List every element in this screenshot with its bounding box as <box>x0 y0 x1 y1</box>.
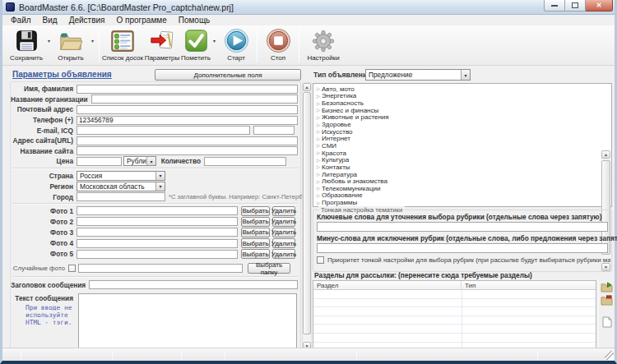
import-sections-button[interactable] <box>600 281 614 293</box>
minus-words-input[interactable] <box>317 243 608 253</box>
tree-expand-icon[interactable]: ▷ <box>315 200 322 205</box>
organization-input[interactable] <box>91 94 298 104</box>
photo-choose-button[interactable]: Выбрать <box>241 217 270 227</box>
category-tree-item[interactable]: ▷ Телекоммуникации <box>315 185 611 192</box>
random-photo-folder-input[interactable] <box>78 264 243 273</box>
quantity-input[interactable] <box>204 157 286 166</box>
resize-grip[interactable] <box>605 351 614 360</box>
tree-expand-icon[interactable]: ▷ <box>315 86 322 91</box>
mark-button[interactable]: Пометить <box>181 25 211 65</box>
currency-select[interactable]: Рубли▾ <box>123 156 156 166</box>
tree-expand-icon[interactable]: ▷ <box>315 129 322 134</box>
category-tree-item[interactable]: ▷ Интернет <box>315 135 611 142</box>
subject-input[interactable] <box>89 280 298 289</box>
category-tree-item[interactable]: ▷ Культура <box>315 156 611 164</box>
mark-dropdown-arrow[interactable]: ▾ <box>211 25 218 65</box>
photo-choose-button[interactable]: Выбрать <box>241 238 270 248</box>
category-tree-item[interactable]: ▷ Здоровье <box>315 121 611 128</box>
save-button[interactable]: Сохранить <box>7 25 45 65</box>
photo-path-input[interactable] <box>77 217 238 226</box>
sections-table[interactable]: Раздел Тип <box>313 280 596 351</box>
photo-choose-button[interactable]: Выбрать <box>241 206 270 216</box>
open-dropdown-arrow[interactable]: ▾ <box>89 25 96 65</box>
tree-expand-icon[interactable]: ▷ <box>315 158 322 163</box>
settings-button[interactable]: Настройки <box>302 25 345 65</box>
photo-path-input[interactable] <box>77 239 238 248</box>
category-tree-item[interactable]: ▷ Программы <box>315 199 611 206</box>
category-tree-item[interactable]: ▷ Литература <box>315 171 611 178</box>
photo-path-input[interactable] <box>77 228 238 237</box>
menu-item[interactable]: Действия <box>63 16 111 25</box>
sections-table-body[interactable] <box>313 290 596 350</box>
tree-expand-icon[interactable]: ▷ <box>315 101 322 106</box>
postal-address-input[interactable] <box>77 105 298 114</box>
tree-expand-icon[interactable]: ▷ <box>315 94 322 99</box>
tree-expand-icon[interactable]: ▷ <box>315 179 322 184</box>
category-tree-item[interactable]: ▷ Авто, мото <box>315 85 611 93</box>
board-list-button[interactable]: Список досок <box>102 25 143 65</box>
category-tree-item[interactable]: ▷ Контакты <box>315 164 611 171</box>
clear-sections-button[interactable] <box>600 316 614 328</box>
tree-expand-icon[interactable]: ▷ <box>315 172 322 177</box>
price-input[interactable] <box>77 157 122 166</box>
menu-item[interactable]: Файл <box>5 16 37 25</box>
tree-expand-icon[interactable]: ▷ <box>315 108 322 113</box>
stop-button[interactable]: Стоп <box>260 25 296 65</box>
site-name-input[interactable] <box>77 146 298 155</box>
choose-folder-button[interactable]: Выбрать папку <box>248 263 290 274</box>
email-input[interactable] <box>77 126 250 135</box>
country-select[interactable]: Россия▾ <box>77 171 165 181</box>
icq-input[interactable] <box>253 126 295 135</box>
scroll-up-icon[interactable]: ▲ <box>303 83 311 91</box>
scrollbar-thumb[interactable] <box>303 92 311 334</box>
export-sections-button[interactable] <box>600 294 614 306</box>
save-dropdown-arrow[interactable]: ▾ <box>45 25 53 65</box>
close-button[interactable]: ✕ <box>586 0 613 12</box>
region-select[interactable]: Московская область▾ <box>77 182 165 191</box>
parameters-button[interactable]: Параметры <box>143 25 181 65</box>
photo-choose-button[interactable]: Выбрать <box>241 249 270 259</box>
minimize-button[interactable] <box>544 0 565 12</box>
tree-expand-icon[interactable]: ▷ <box>315 193 322 198</box>
menu-item[interactable]: О программе <box>111 16 173 25</box>
category-tree-item[interactable]: ▷ Красота <box>315 150 611 157</box>
menu-item[interactable]: Помощь <box>173 16 216 25</box>
tree-expand-icon[interactable]: ▷ <box>315 150 322 155</box>
scroll-up-icon[interactable]: ▲ <box>601 150 610 159</box>
photo-delete-button[interactable]: Удалить <box>272 206 295 216</box>
category-tree-item[interactable]: ▷ Энергетика <box>315 93 611 100</box>
tree-expand-icon[interactable]: ▷ <box>315 186 322 191</box>
ad-parameters-link[interactable]: Параметры объявления <box>12 70 112 79</box>
keywords-input[interactable] <box>317 222 608 232</box>
tree-expand-icon[interactable]: ▷ <box>315 164 322 169</box>
photo-path-input[interactable] <box>77 250 238 259</box>
category-tree-item[interactable]: ▷ СМИ <box>315 142 611 150</box>
category-tree-item[interactable]: ▷ Безопасность <box>315 99 611 107</box>
tree-expand-icon[interactable]: ▷ <box>315 143 322 148</box>
site-url-input[interactable] <box>77 136 298 145</box>
photo-delete-button[interactable]: Удалить <box>272 228 295 237</box>
tree-expand-icon[interactable]: ▷ <box>315 115 322 120</box>
photo-choose-button[interactable]: Выбрать <box>241 228 270 237</box>
category-tree-item[interactable]: ▷ Искусство <box>315 128 611 136</box>
ad-type-select[interactable]: Предложение ▾ <box>365 69 471 81</box>
phone-input[interactable] <box>77 116 298 125</box>
photo-path-input[interactable] <box>77 206 238 215</box>
open-button[interactable]: Открыть <box>53 25 89 65</box>
category-tree-item[interactable]: ▷ Бизнес и финансы <box>315 107 611 114</box>
column-header-type[interactable]: Тип <box>462 281 476 289</box>
name-input[interactable] <box>77 85 298 94</box>
priority-checkbox[interactable] <box>317 256 324 264</box>
left-panel-scrollbar[interactable]: ▲ ▼ <box>302 82 312 351</box>
start-button[interactable]: Старт <box>218 25 254 65</box>
category-tree-item[interactable]: ▷ Любовь и знакомства <box>315 177 611 185</box>
photo-delete-button[interactable]: Удалить <box>272 238 295 248</box>
extra-fields-button[interactable]: Дополнительные поля <box>155 69 301 81</box>
tree-expand-icon[interactable]: ▷ <box>315 136 322 141</box>
city-input[interactable] <box>77 192 165 201</box>
menu-item[interactable]: Вид <box>37 16 63 25</box>
tree-expand-icon[interactable]: ▷ <box>315 122 322 127</box>
category-tree-item[interactable]: ▷ Животные и растения <box>315 114 611 122</box>
category-tree-item[interactable]: ▷ Образование <box>315 192 611 200</box>
maximize-button[interactable] <box>565 0 586 12</box>
